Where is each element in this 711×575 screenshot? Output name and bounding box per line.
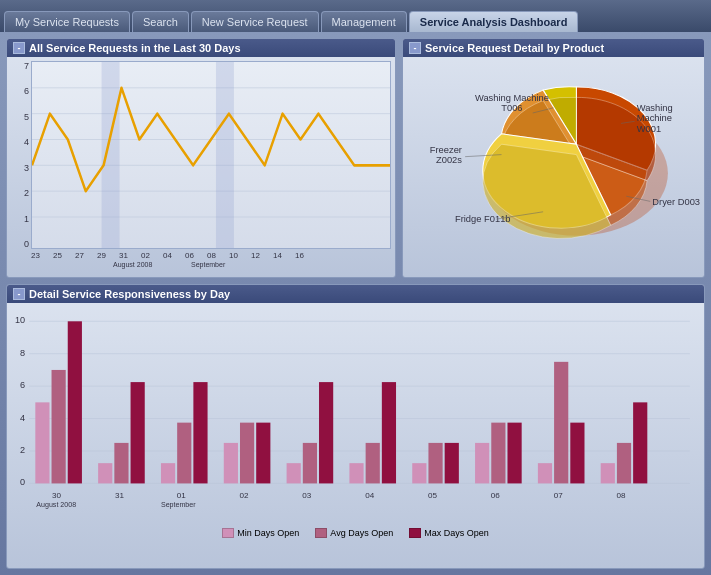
- svg-text:01: 01: [177, 491, 187, 500]
- svg-rect-63: [303, 443, 317, 484]
- legend-avg-color: [315, 528, 327, 538]
- svg-text:4: 4: [20, 413, 25, 423]
- svg-text:Washing: Washing: [637, 103, 673, 113]
- svg-text:05: 05: [428, 491, 438, 500]
- svg-text:02: 02: [141, 251, 150, 260]
- legend-avg-days: Avg Days Open: [315, 528, 393, 538]
- svg-text:August 2008: August 2008: [113, 261, 152, 269]
- collapse-icon-pie[interactable]: -: [409, 42, 421, 54]
- svg-text:27: 27: [75, 251, 84, 260]
- legend-min-color: [222, 528, 234, 538]
- svg-rect-65: [349, 463, 363, 483]
- svg-text:29: 29: [97, 251, 106, 260]
- svg-text:03: 03: [302, 491, 312, 500]
- line-chart-body: 7 6 5 4 3 2 1 0: [7, 57, 395, 273]
- legend-max-days: Max Days Open: [409, 528, 489, 538]
- svg-rect-76: [570, 423, 584, 484]
- svg-text:04: 04: [365, 491, 375, 500]
- legend-max-label: Max Days Open: [424, 528, 489, 538]
- svg-text:25: 25: [53, 251, 62, 260]
- tab-service-analysis-dashboard[interactable]: Service Analysis Dashboard: [409, 11, 579, 32]
- svg-rect-51: [52, 370, 66, 483]
- legend-avg-label: Avg Days Open: [330, 528, 393, 538]
- svg-rect-7: [216, 62, 234, 248]
- svg-text:06: 06: [491, 491, 501, 500]
- svg-rect-71: [475, 443, 489, 484]
- svg-text:08: 08: [616, 491, 626, 500]
- pie-chart-panel: - Service Request Detail by Product: [402, 38, 705, 278]
- y-axis: 7 6 5 4 3 2 1 0: [11, 61, 31, 249]
- bar-chart-header: - Detail Service Responsiveness by Day: [7, 285, 704, 303]
- svg-rect-62: [287, 463, 301, 483]
- pie-chart-title: Service Request Detail by Product: [425, 42, 604, 54]
- svg-text:23: 23: [31, 251, 40, 260]
- collapse-icon[interactable]: -: [13, 42, 25, 54]
- svg-text:0: 0: [20, 477, 25, 487]
- line-chart-panel: - All Service Requests in the Last 30 Da…: [6, 38, 396, 278]
- line-chart-title: All Service Requests in the Last 30 Days: [29, 42, 241, 54]
- svg-rect-58: [193, 382, 207, 483]
- main-content: - All Service Requests in the Last 30 Da…: [0, 32, 711, 575]
- svg-text:06: 06: [185, 251, 194, 260]
- svg-text:14: 14: [273, 251, 282, 260]
- svg-text:8: 8: [20, 348, 25, 358]
- svg-rect-64: [319, 382, 333, 483]
- svg-text:10: 10: [229, 251, 238, 260]
- legend-min-label: Min Days Open: [237, 528, 299, 538]
- svg-rect-66: [366, 443, 380, 484]
- line-chart-header: - All Service Requests in the Last 30 Da…: [7, 39, 395, 57]
- svg-rect-79: [633, 402, 647, 483]
- svg-rect-72: [491, 423, 505, 484]
- bar-chart-panel: - Detail Service Responsiveness by Day 1…: [6, 284, 705, 569]
- svg-text:Washing Machine: Washing Machine: [475, 93, 549, 103]
- svg-rect-75: [554, 362, 568, 484]
- bar-chart-legend: Min Days Open Avg Days Open Max Days Ope…: [11, 524, 700, 540]
- x-axis-labels: 23 25 27 29 31 August 2008 02 04 06 08 S…: [31, 249, 391, 269]
- svg-text:6: 6: [20, 380, 25, 390]
- tab-new-service-request[interactable]: New Service Request: [191, 11, 319, 32]
- line-chart-container: 7 6 5 4 3 2 1 0: [11, 61, 391, 269]
- pie-chart-header: - Service Request Detail by Product: [403, 39, 704, 57]
- svg-rect-59: [224, 443, 238, 484]
- legend-min-days: Min Days Open: [222, 528, 299, 538]
- collapse-icon-bar[interactable]: -: [13, 288, 25, 300]
- svg-text:07: 07: [554, 491, 564, 500]
- tab-search[interactable]: Search: [132, 11, 189, 32]
- chart-area: [31, 61, 391, 249]
- svg-rect-61: [256, 423, 270, 484]
- svg-text:Machine: Machine: [637, 113, 672, 123]
- svg-rect-55: [131, 382, 145, 483]
- svg-rect-70: [445, 443, 459, 484]
- tab-management[interactable]: Management: [321, 11, 407, 32]
- svg-rect-69: [428, 443, 442, 484]
- svg-text:Fridge F011b: Fridge F011b: [455, 214, 511, 224]
- svg-rect-6: [102, 62, 120, 248]
- svg-text:2: 2: [20, 445, 25, 455]
- svg-text:August 2008: August 2008: [36, 501, 76, 509]
- svg-text:08: 08: [207, 251, 216, 260]
- svg-rect-68: [412, 463, 426, 483]
- svg-rect-56: [161, 463, 175, 483]
- svg-rect-78: [617, 443, 631, 484]
- svg-rect-57: [177, 423, 191, 484]
- svg-text:30: 30: [52, 491, 62, 500]
- svg-rect-67: [382, 382, 396, 483]
- svg-text:31: 31: [115, 491, 125, 500]
- svg-text:10: 10: [15, 315, 25, 325]
- line-chart-svg: [32, 62, 390, 248]
- svg-rect-73: [507, 423, 521, 484]
- svg-text:31: 31: [119, 251, 128, 260]
- svg-text:Z002s: Z002s: [436, 155, 462, 165]
- x-axis-svg: 23 25 27 29 31 August 2008 02 04 06 08 S…: [31, 249, 391, 269]
- svg-text:September: September: [161, 501, 196, 509]
- svg-rect-53: [98, 463, 112, 483]
- tab-bar: My Service Requests Search New Service R…: [0, 0, 711, 32]
- legend-max-color: [409, 528, 421, 538]
- svg-text:12: 12: [251, 251, 260, 260]
- svg-text:September: September: [191, 261, 226, 269]
- tab-my-service-requests[interactable]: My Service Requests: [4, 11, 130, 32]
- svg-text:02: 02: [240, 491, 250, 500]
- svg-text:W001: W001: [637, 124, 661, 134]
- pie-chart-body: Washing Machine T006 Washing Machine W00…: [403, 57, 704, 273]
- top-row: - All Service Requests in the Last 30 Da…: [6, 38, 705, 278]
